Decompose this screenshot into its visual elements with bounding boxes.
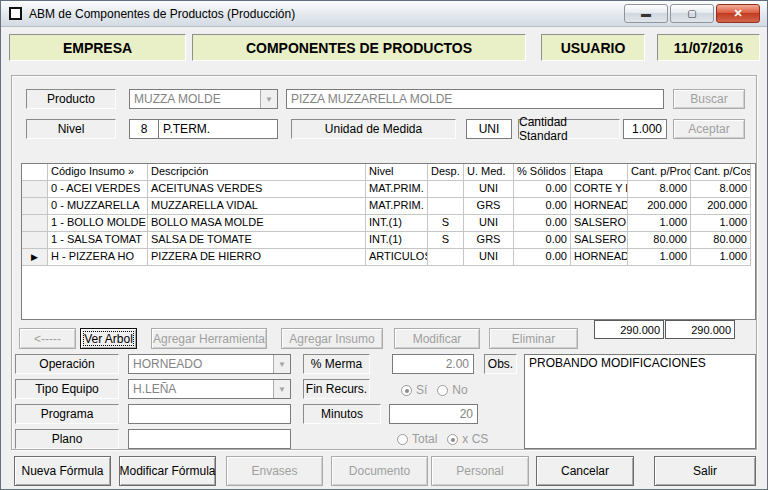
grid-cell[interactable]: UNI bbox=[464, 215, 514, 232]
grid-cell[interactable] bbox=[428, 181, 464, 198]
grid-cell[interactable]: MAT.PRIM. bbox=[366, 198, 428, 215]
grid-cell[interactable]: 80.000 bbox=[628, 232, 691, 249]
selected-row-marker-icon[interactable]: ▶ bbox=[22, 249, 48, 266]
nueva-formula-button[interactable]: Nueva Fórmula bbox=[14, 456, 111, 486]
grid-cell[interactable] bbox=[428, 198, 464, 215]
envases-button[interactable]: Envases bbox=[226, 456, 323, 486]
programa-field[interactable] bbox=[128, 404, 291, 424]
minutos-field[interactable]: 20 bbox=[389, 404, 478, 424]
row-selector[interactable] bbox=[22, 232, 48, 249]
grid-cell[interactable]: MAT.PRIM. bbox=[366, 181, 428, 198]
grid-cell[interactable]: MUZZARELLA VIDAL bbox=[148, 198, 366, 215]
date-box: 11/07/2016 bbox=[657, 34, 760, 61]
minimize-button[interactable]: ▬ bbox=[624, 4, 668, 23]
agregar-herramienta-button[interactable]: Agregar Herramienta bbox=[151, 328, 267, 349]
nivel-tipo-field[interactable]: P.TERM. bbox=[158, 119, 278, 139]
cantidad-standard-field[interactable]: 1.000 bbox=[623, 119, 667, 139]
agregar-insumo-button[interactable]: Agregar Insumo bbox=[281, 328, 383, 349]
close-button[interactable]: ✕ bbox=[716, 4, 760, 23]
total-xcs-radio-group: Total x CS bbox=[397, 432, 498, 446]
grid-cell[interactable]: 0.00 bbox=[514, 215, 571, 232]
grid-cell[interactable]: 8.000 bbox=[628, 181, 691, 198]
ver-arbol-button[interactable]: Ver Arbol bbox=[80, 328, 137, 349]
grid-cell[interactable]: 0 - ACEI VERDES bbox=[48, 181, 148, 198]
cancelar-button[interactable]: Cancelar bbox=[536, 456, 634, 486]
grid-cell[interactable]: HORNEAD bbox=[571, 198, 628, 215]
plano-field[interactable] bbox=[128, 429, 291, 449]
grid-cell[interactable]: SALSERO bbox=[571, 232, 628, 249]
chevron-down-icon[interactable]: ▼ bbox=[273, 355, 290, 373]
table-row[interactable]: 0 - ACEI VERDESACEITUNAS VERDESMAT.PRIM.… bbox=[22, 181, 755, 198]
radio-total[interactable] bbox=[397, 434, 408, 445]
grid-cell[interactable]: HORNEAD bbox=[571, 249, 628, 266]
row-selector[interactable] bbox=[22, 181, 48, 198]
maximize-button[interactable]: ▢ bbox=[670, 4, 714, 23]
grid-cell[interactable]: 1 - SALSA TOMAT bbox=[48, 232, 148, 249]
merma-field[interactable]: 2.00 bbox=[392, 354, 474, 374]
table-row[interactable]: 1 - SALSA TOMATSALSA DE TOMATEINT.(1)SGR… bbox=[22, 232, 755, 249]
grid-cell[interactable]: GRS bbox=[464, 198, 514, 215]
grid-cell[interactable]: INT.(1) bbox=[366, 232, 428, 249]
table-row[interactable]: ▶H - PIZZERA HOPIZZERA DE HIERROARTICULO… bbox=[22, 249, 755, 266]
grid-cell[interactable]: UNI bbox=[464, 181, 514, 198]
grid-cell[interactable]: 1.000 bbox=[628, 215, 691, 232]
grid-cell[interactable]: 8.000 bbox=[691, 181, 751, 198]
personal-button[interactable]: Personal bbox=[431, 456, 529, 486]
salir-button[interactable]: Salir bbox=[654, 456, 756, 486]
chevron-down-icon[interactable]: ▼ bbox=[273, 380, 290, 398]
grid-cell[interactable]: 0 - MUZZARELLA bbox=[48, 198, 148, 215]
eliminar-button[interactable]: Eliminar bbox=[489, 328, 578, 349]
row-selector[interactable] bbox=[22, 198, 48, 215]
back-button[interactable]: <----- bbox=[19, 328, 76, 349]
grid-cell[interactable]: ACEITUNAS VERDES bbox=[148, 181, 366, 198]
row-selector[interactable] bbox=[22, 215, 48, 232]
grid-cell[interactable]: 1.000 bbox=[691, 249, 751, 266]
producto-combo[interactable]: MUZZA MOLDE ▼ bbox=[129, 89, 278, 109]
total-cant-prod: 290.000 bbox=[594, 320, 664, 339]
aceptar-button[interactable]: Aceptar bbox=[673, 119, 745, 139]
modificar-button[interactable]: Modificar bbox=[394, 328, 480, 349]
producto-combo-value: MUZZA MOLDE bbox=[130, 92, 260, 106]
grid-cell[interactable]: 0.00 bbox=[514, 232, 571, 249]
grid-cell[interactable]: H - PIZZERA HO bbox=[48, 249, 148, 266]
grid-cell[interactable]: ARTICULOS bbox=[366, 249, 428, 266]
grid-cell[interactable]: 1.000 bbox=[628, 249, 691, 266]
operacion-label: Operación bbox=[15, 354, 119, 374]
nivel-numero-field[interactable]: 8 bbox=[129, 119, 159, 139]
tipo-equipo-combo[interactable]: H.LEÑA ▼ bbox=[128, 379, 291, 399]
chevron-down-icon[interactable]: ▼ bbox=[260, 90, 277, 108]
unidad-medida-field[interactable]: UNI bbox=[466, 119, 512, 139]
grid-cell[interactable]: CORTE Y E bbox=[571, 181, 628, 198]
grid-column-header: U. Med. bbox=[464, 164, 514, 181]
grid-cell[interactable]: 80.000 bbox=[691, 232, 751, 249]
modificar-formula-button[interactable]: Modificar Fórmula bbox=[119, 456, 216, 486]
documento-button[interactable]: Documento bbox=[331, 456, 428, 486]
operacion-combo[interactable]: HORNEADO ▼ bbox=[128, 354, 291, 374]
grid-cell[interactable]: INT.(1) bbox=[366, 215, 428, 232]
grid-cell[interactable]: SALSERO bbox=[571, 215, 628, 232]
radio-no[interactable] bbox=[437, 385, 448, 396]
grid-cell[interactable]: 0.00 bbox=[514, 249, 571, 266]
grid-cell[interactable]: S bbox=[428, 215, 464, 232]
grid-cell[interactable]: GRS bbox=[464, 232, 514, 249]
grid-cell[interactable]: 0.00 bbox=[514, 181, 571, 198]
grid-cell[interactable]: SALSA DE TOMATE bbox=[148, 232, 366, 249]
buscar-button[interactable]: Buscar bbox=[673, 89, 745, 109]
components-grid[interactable]: Código Insumo »DescripciónNivelDesp.U. M… bbox=[21, 163, 756, 320]
grid-cell[interactable]: 200.000 bbox=[628, 198, 691, 215]
grid-cell[interactable]: UNI bbox=[464, 249, 514, 266]
obs-textarea[interactable]: PROBANDO MODIFICACIONES bbox=[524, 354, 756, 449]
radio-xcs[interactable] bbox=[447, 434, 458, 445]
producto-descripcion-field[interactable]: PIZZA MUZZARELLA MOLDE bbox=[286, 89, 664, 109]
grid-cell[interactable] bbox=[428, 249, 464, 266]
grid-cell[interactable]: BOLLO MASA MOLDE bbox=[148, 215, 366, 232]
grid-cell[interactable]: 0.00 bbox=[514, 198, 571, 215]
grid-cell[interactable]: 200.000 bbox=[691, 198, 751, 215]
grid-cell[interactable]: S bbox=[428, 232, 464, 249]
table-row[interactable]: 1 - BOLLO MOLDEBOLLO MASA MOLDEINT.(1)SU… bbox=[22, 215, 755, 232]
grid-cell[interactable]: 1.000 bbox=[691, 215, 751, 232]
grid-cell[interactable]: 1 - BOLLO MOLDE bbox=[48, 215, 148, 232]
table-row[interactable]: 0 - MUZZARELLAMUZZARELLA VIDALMAT.PRIM.G… bbox=[22, 198, 755, 215]
radio-si[interactable] bbox=[401, 385, 412, 396]
grid-cell[interactable]: PIZZERA DE HIERRO bbox=[148, 249, 366, 266]
